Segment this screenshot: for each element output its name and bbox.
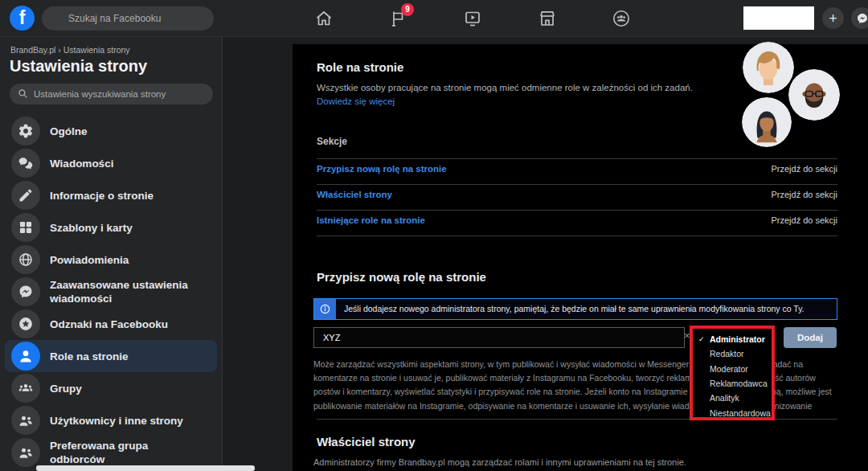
sections-label: Sekcje	[317, 136, 347, 147]
avatar-2	[788, 69, 840, 121]
settings-sidebar: BrandBay.pl › Ustawienia strony Ustawien…	[0, 37, 223, 471]
check-icon: ✓	[698, 335, 705, 343]
sidebar-item-label: Szablony i karty	[50, 221, 133, 235]
assign-role-title: Przypisz nową rolę na stronie	[317, 270, 486, 284]
learn-more-link[interactable]: Dowiedz się więcej	[317, 96, 395, 106]
role-option-administrator[interactable]: ✓ Administrator	[693, 332, 772, 346]
role-option-label: Moderator	[710, 364, 748, 374]
tab-marketplace[interactable]	[528, 5, 567, 32]
roles-panel: Role na stronie Wszystkie osoby pracując…	[293, 44, 868, 471]
page-owner-link[interactable]: Właściciel strony	[317, 190, 392, 199]
sidebar-item-powiadomienia[interactable]: Powiadomienia	[0, 244, 222, 276]
storefront-icon	[538, 9, 557, 28]
section-row-owner: Właściciel strony Przejdź do sekcji	[317, 190, 837, 199]
audience-icon	[11, 438, 40, 467]
sidebar-item-wiadomosci[interactable]: Wiadomości	[0, 147, 222, 179]
sidebar-item-label: Odznaki na Facebooku	[50, 317, 168, 331]
owner-title: Właściciel strony	[317, 435, 416, 448]
divider	[317, 210, 837, 211]
role-option-analityk[interactable]: Analityk	[693, 391, 772, 405]
goto-section-link[interactable]: Przejdź do sekcji	[771, 164, 837, 174]
sidebar-item-label: Ogólne	[50, 125, 88, 138]
role-option-label: Administrator	[710, 334, 765, 344]
two-people-icon	[11, 406, 40, 435]
chat-bubbles-icon	[11, 149, 40, 178]
tab-home[interactable]	[305, 5, 343, 32]
roles-intro-text: Wszystkie osoby pracujące na stronie mog…	[317, 83, 693, 92]
settings-search-input[interactable]	[10, 84, 213, 104]
sidebar-item-odznaki[interactable]: Odznaki na Facebooku	[0, 308, 222, 340]
role-option-label: Niestandardowa	[710, 408, 771, 418]
create-button[interactable]: +	[822, 7, 844, 29]
role-option-reklamodawca[interactable]: Reklamodawca	[693, 376, 772, 391]
messenger-icon	[856, 12, 868, 25]
assign-role-input[interactable]	[313, 327, 685, 348]
page-title: Ustawienia strony	[10, 57, 222, 76]
sidebar-item-uzytkownicy[interactable]: Użytkownicy i inne strony	[0, 404, 222, 436]
global-search-input[interactable]	[42, 6, 214, 31]
sidebar-item-preferowana-grupa[interactable]: Preferowana grupa odbiorców	[0, 436, 222, 469]
owner-description: Administratorzy firmy Brandbay.pl mogą z…	[313, 457, 686, 467]
groups-icon	[612, 9, 631, 28]
role-option-redaktor[interactable]: Redaktor	[693, 346, 772, 361]
section-row-existing: Istniejące role na stronie Przejdź do se…	[317, 215, 837, 225]
role-option-label: Analityk	[710, 393, 739, 403]
grid-icon	[11, 213, 40, 242]
star-badge-icon	[11, 309, 40, 338]
sidebar-item-label: Użytkownicy i inne strony	[50, 414, 183, 428]
sidebar-item-grupy[interactable]: Grupy	[0, 372, 222, 404]
divider	[317, 236, 837, 236]
person-icon	[11, 342, 40, 371]
sidebar-item-label: Zaawansowane ustawienia wiadomości	[50, 278, 203, 305]
info-banner: Jeśli dodajesz nowego administratora str…	[313, 298, 837, 320]
role-option-niestandardowa[interactable]: Niestandardowa	[693, 405, 772, 420]
clear-input-icon[interactable]: ×	[684, 330, 690, 342]
sidebar-item-informacje[interactable]: Informacje o stronie	[0, 179, 222, 211]
tab-groups[interactable]	[602, 5, 641, 32]
top-bar: f 9 +	[0, 0, 868, 37]
search-icon	[18, 88, 28, 99]
facebook-page-settings: f 9 + BrandBay.pl › Ustawienia strony Us…	[0, 0, 868, 471]
existing-roles-link[interactable]: Istniejące role na stronie	[317, 215, 425, 225]
divider	[317, 184, 837, 185]
divider	[317, 158, 837, 159]
globe-icon	[11, 245, 40, 274]
sidebar-item-label: Wiadomości	[50, 157, 113, 170]
home-icon	[314, 9, 334, 28]
facebook-logo-icon[interactable]: f	[10, 6, 35, 31]
info-banner-text: Jeśli dodajesz nowego administratora str…	[336, 299, 813, 319]
section-title-roles: Role na stronie	[317, 60, 403, 74]
avatar-3	[742, 97, 792, 147]
notification-badge: 9	[401, 3, 414, 16]
sidebar-item-label: Powiadomienia	[50, 253, 129, 267]
plus-icon: +	[829, 8, 837, 29]
redacted-profile-area	[743, 6, 814, 30]
horizontal-scrollbar-thumb[interactable]	[36, 465, 255, 471]
role-option-label: Redaktor	[710, 349, 744, 358]
pencil-icon	[11, 181, 40, 210]
roles-intro: Wszystkie osoby pracujące na stronie mog…	[317, 81, 725, 109]
sidebar-item-label: Grupy	[50, 382, 82, 395]
role-option-label: Reklamodawca	[710, 379, 768, 388]
section-row-assign: Przypisz nową rolę na stronie Przejdź do…	[317, 164, 837, 174]
messenger-button[interactable]	[851, 7, 868, 29]
goto-section-link[interactable]: Przejdź do sekcji	[771, 190, 837, 199]
info-icon	[314, 299, 336, 319]
watch-icon	[463, 9, 482, 28]
role-dropdown-annotation: ✓ Administrator Redaktor Moderator Rekla…	[690, 326, 775, 420]
sidebar-item-zaawansowane[interactable]: Zaawansowane ustawienia wiadomości	[0, 276, 222, 308]
sidebar-item-ogolne[interactable]: Ogólne	[0, 115, 222, 147]
assign-role-link[interactable]: Przypisz nową rolę na stronie	[317, 164, 447, 174]
add-button[interactable]: Dodaj	[784, 327, 837, 348]
gear-icon	[11, 117, 40, 145]
tab-watch[interactable]	[453, 5, 492, 32]
role-option-moderator[interactable]: Moderator	[693, 362, 772, 376]
sidebar-item-label: Role na stronie	[50, 350, 129, 363]
sidebar-item-role-na-stronie[interactable]: Role na stronie	[5, 340, 217, 372]
people-group-icon	[11, 374, 40, 403]
goto-section-link[interactable]: Przejdź do sekcji	[771, 215, 837, 225]
avatar-1	[743, 42, 794, 93]
sidebar-item-szablony[interactable]: Szablony i karty	[0, 211, 222, 244]
breadcrumb: BrandBay.pl › Ustawienia strony	[0, 37, 222, 55]
settings-menu: Ogólne Wiadomości Informacje o stronie S…	[0, 115, 222, 469]
